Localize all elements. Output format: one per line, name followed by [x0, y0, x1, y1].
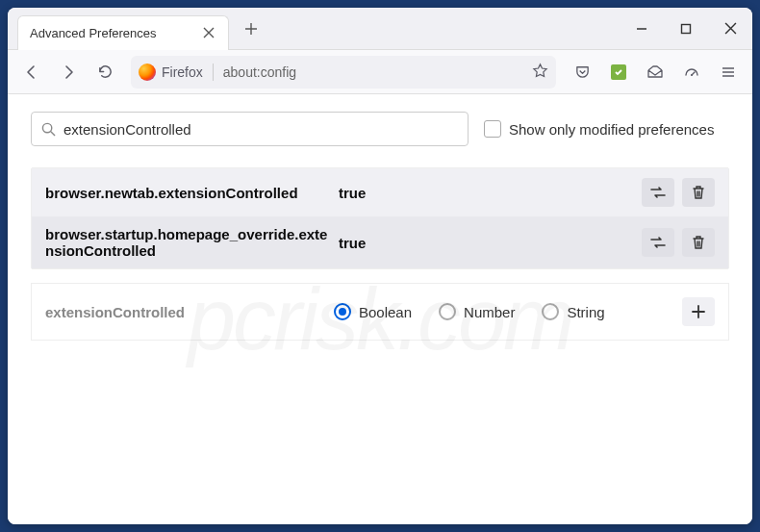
- radio-icon: [439, 303, 456, 320]
- browser-tab[interactable]: Advanced Preferences: [17, 15, 229, 50]
- radio-icon: [542, 303, 559, 320]
- pref-search-box[interactable]: [31, 112, 469, 146]
- pref-actions: [642, 228, 715, 257]
- show-modified-checkbox[interactable]: Show only modified preferences: [484, 120, 714, 138]
- bookmark-star-icon[interactable]: [532, 63, 548, 82]
- titlebar: Advanced Preferences: [8, 8, 752, 50]
- forward-button[interactable]: [52, 56, 85, 89]
- back-button[interactable]: [15, 56, 48, 89]
- pref-value: true: [339, 235, 642, 251]
- radio-label: Boolean: [359, 304, 412, 320]
- page-content: pcrisk.com Show only modified preference…: [8, 94, 752, 524]
- type-radio-group: Boolean Number String: [334, 303, 682, 320]
- maximize-button[interactable]: [664, 8, 708, 50]
- radio-label: String: [567, 304, 604, 320]
- window-controls: [620, 8, 752, 50]
- new-pref-name: extensionControlled: [45, 304, 334, 320]
- show-modified-label: Show only modified preferences: [509, 121, 714, 138]
- firefox-logo-icon: [139, 63, 156, 81]
- new-tab-button[interactable]: [237, 14, 266, 43]
- app-menu-button[interactable]: [712, 56, 745, 89]
- nav-toolbar: Firefox about:config: [8, 50, 752, 94]
- type-boolean-radio[interactable]: Boolean: [334, 303, 412, 320]
- browser-window: Advanced Preferences: [8, 8, 752, 524]
- dashboard-button[interactable]: [675, 56, 708, 89]
- close-tab-icon[interactable]: [201, 25, 216, 40]
- pref-row[interactable]: browser.startup.homepage_override.extens…: [32, 216, 728, 268]
- delete-button[interactable]: [682, 228, 715, 257]
- pref-search-input[interactable]: [63, 121, 458, 138]
- search-icon: [41, 122, 56, 137]
- pref-row[interactable]: browser.newtab.extensionControlled true: [32, 168, 728, 216]
- url-text: about:config: [223, 64, 532, 80]
- reload-button[interactable]: [89, 56, 121, 89]
- pref-actions: [642, 178, 715, 207]
- type-number-radio[interactable]: Number: [439, 303, 515, 320]
- new-pref-row: extensionControlled Boolean Number Strin…: [31, 283, 729, 341]
- pocket-button[interactable]: [566, 56, 598, 89]
- checkbox-icon: [484, 120, 501, 138]
- inbox-button[interactable]: [639, 56, 671, 89]
- search-row: Show only modified preferences: [31, 112, 729, 146]
- toggle-button[interactable]: [642, 228, 674, 257]
- svg-point-3: [42, 123, 51, 132]
- svg-point-2: [691, 74, 693, 76]
- minimize-button[interactable]: [620, 8, 664, 50]
- radio-icon: [334, 303, 351, 320]
- toggle-button[interactable]: [642, 178, 674, 207]
- close-window-button[interactable]: [708, 8, 752, 50]
- radio-label: Number: [464, 304, 515, 320]
- add-pref-button[interactable]: [682, 297, 715, 326]
- svg-rect-0: [682, 24, 691, 33]
- type-string-radio[interactable]: String: [542, 303, 604, 320]
- pref-list: browser.newtab.extensionControlled true …: [31, 167, 729, 269]
- pref-name: browser.startup.homepage_override.extens…: [45, 226, 339, 259]
- tab-title: Advanced Preferences: [30, 26, 201, 40]
- pref-name: browser.newtab.extensionControlled: [45, 185, 339, 201]
- delete-button[interactable]: [682, 178, 715, 207]
- extension-button[interactable]: [602, 56, 635, 89]
- identity-box[interactable]: Firefox: [139, 63, 214, 81]
- url-bar[interactable]: Firefox about:config: [131, 56, 556, 89]
- pref-value: true: [339, 185, 642, 201]
- identity-label: Firefox: [162, 64, 203, 80]
